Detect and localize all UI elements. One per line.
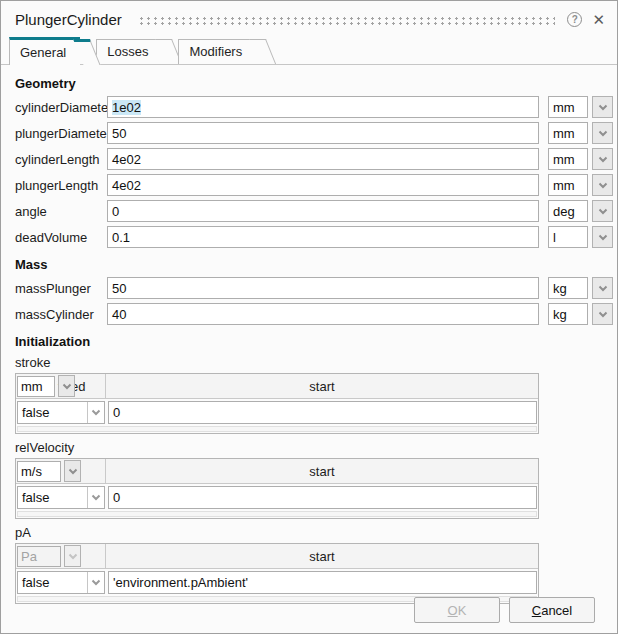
- fixed-value-text: false: [18, 405, 87, 420]
- param-value-input[interactable]: 0: [107, 200, 539, 222]
- param-value-input[interactable]: 1e02: [107, 96, 539, 118]
- start-column-header: start: [106, 549, 538, 564]
- start-value-text: 0: [113, 405, 120, 420]
- chevron-down-icon: [598, 156, 608, 163]
- drag-handle[interactable]: [138, 16, 556, 25]
- init-group-label-pA: pA: [15, 525, 613, 540]
- start-value-input[interactable]: 0: [108, 401, 537, 424]
- start-value-input[interactable]: 0: [108, 486, 537, 509]
- param-row-plungerDiameter: plungerDiameter 50 mm: [15, 120, 613, 146]
- param-row-cylinderDiameter: cylinderDiameter 1e02 mm: [15, 94, 613, 120]
- param-label: massPlunger: [15, 281, 107, 296]
- unit-combobox-overlay: mm: [17, 375, 75, 397]
- unit-dropdown-button[interactable]: [592, 277, 613, 299]
- unit-combobox[interactable]: mm: [548, 148, 588, 170]
- init-table-relVelocity: start false 0 m/s: [15, 458, 539, 519]
- unit-dropdown-button[interactable]: [64, 460, 81, 482]
- unit-dropdown-button[interactable]: [592, 200, 613, 222]
- unit-dropdown-button[interactable]: [592, 174, 613, 196]
- fixed-dropdown-button[interactable]: [87, 402, 104, 423]
- section-header-geometry: Geometry: [15, 76, 613, 91]
- init-table-row: false 0: [16, 399, 538, 426]
- param-value-input[interactable]: 40: [107, 303, 539, 325]
- fixed-value-text: false: [18, 575, 87, 590]
- param-value-text: 40: [112, 307, 126, 322]
- chevron-down-icon: [91, 409, 101, 416]
- section-header-initialization: Initialization: [15, 334, 613, 349]
- param-label: plungerDiameter: [15, 126, 107, 141]
- param-value-input[interactable]: 0.1: [107, 226, 539, 248]
- param-label: cylinderLength: [15, 152, 107, 167]
- param-value-text: 0: [112, 204, 119, 219]
- fixed-dropdown-button[interactable]: [87, 572, 104, 593]
- start-value-text: 'environment.pAmbient': [113, 575, 248, 590]
- unit-dropdown-button[interactable]: [592, 148, 613, 170]
- param-label: deadVolume: [15, 230, 107, 245]
- start-column-header: start: [106, 464, 538, 479]
- param-value-text: 1e02: [112, 100, 141, 115]
- start-value-text: 0: [113, 490, 120, 505]
- init-table-header: start: [16, 544, 538, 569]
- unit-combobox[interactable]: l: [548, 226, 588, 248]
- fixed-combobox[interactable]: false: [17, 486, 105, 509]
- unit-combobox[interactable]: m/s: [17, 461, 61, 482]
- start-column-header: start: [106, 379, 538, 394]
- chevron-down-icon: [598, 285, 608, 292]
- table-scroll-strip: [17, 426, 537, 432]
- chevron-down-icon: [598, 104, 608, 111]
- param-value-text: 4e02: [112, 178, 141, 193]
- fixed-combobox[interactable]: false: [17, 401, 105, 424]
- unit-dropdown-button[interactable]: [592, 226, 613, 248]
- chevron-down-icon: [598, 234, 608, 241]
- unit-combobox-overlay: m/s: [17, 460, 81, 482]
- unit-combobox[interactable]: mm: [548, 122, 588, 144]
- param-row-deadVolume: deadVolume 0.1 l: [15, 224, 613, 250]
- help-icon[interactable]: ?: [567, 12, 582, 27]
- unit-combobox[interactable]: mm: [548, 174, 588, 196]
- param-row-cylinderLength: cylinderLength 4e02 mm: [15, 146, 613, 172]
- chevron-down-icon: [68, 468, 78, 475]
- unit-dropdown-button: [64, 545, 81, 567]
- close-icon[interactable]: ✕: [592, 12, 605, 27]
- chevron-down-icon: [68, 553, 78, 560]
- plunger-cylinder-dialog: PlungerCylinder ? ✕ General Losses Modif…: [0, 0, 618, 634]
- param-value-input[interactable]: 4e02: [107, 148, 539, 170]
- init-table-row: false 0: [16, 484, 538, 511]
- ok-button[interactable]: OK: [414, 597, 500, 623]
- tab-general[interactable]: General: [9, 37, 80, 65]
- param-label: cylinderDiameter: [15, 100, 107, 115]
- unit-combobox[interactable]: kg: [548, 277, 588, 299]
- tab-general-label: General: [20, 45, 66, 60]
- fixed-combobox[interactable]: false: [17, 571, 105, 594]
- chevron-down-icon: [62, 383, 72, 390]
- cancel-button[interactable]: Cancel: [509, 597, 595, 623]
- chevron-down-icon: [598, 208, 608, 215]
- fixed-dropdown-button[interactable]: [87, 487, 104, 508]
- unit-dropdown-button[interactable]: [592, 303, 613, 325]
- start-value-input[interactable]: 'environment.pAmbient': [108, 571, 537, 594]
- param-row-plungerLength: plungerLength 4e02 mm: [15, 172, 613, 198]
- init-table-header: start: [16, 459, 538, 484]
- unit-combobox[interactable]: deg: [548, 200, 588, 222]
- param-value-input[interactable]: 4e02: [107, 174, 539, 196]
- tab-losses[interactable]: Losses: [96, 39, 162, 64]
- unit-combobox: Pa: [17, 546, 61, 567]
- unit-combobox[interactable]: kg: [548, 303, 588, 325]
- unit-combobox[interactable]: mm: [17, 376, 55, 397]
- unit-combobox-overlay-disabled: Pa: [17, 545, 81, 567]
- unit-combobox[interactable]: mm: [548, 96, 588, 118]
- unit-dropdown-button[interactable]: [592, 96, 613, 118]
- tab-losses-label: Losses: [107, 44, 148, 59]
- chevron-down-icon: [598, 130, 608, 137]
- init-group-label-relVelocity: relVelocity: [15, 440, 613, 455]
- unit-dropdown-button[interactable]: [58, 375, 75, 397]
- param-value-input[interactable]: 50: [107, 277, 539, 299]
- param-row-angle: angle 0 deg: [15, 198, 613, 224]
- init-group-label-stroke: stroke: [15, 355, 613, 370]
- unit-dropdown-button[interactable]: [592, 122, 613, 144]
- tab-modifiers[interactable]: Modifiers: [178, 39, 256, 64]
- tab-modifiers-label: Modifiers: [189, 44, 242, 59]
- dialog-footer: OK Cancel: [414, 597, 595, 623]
- param-row-massPlunger: massPlunger 50 kg: [15, 275, 613, 301]
- param-value-input[interactable]: 50: [107, 122, 539, 144]
